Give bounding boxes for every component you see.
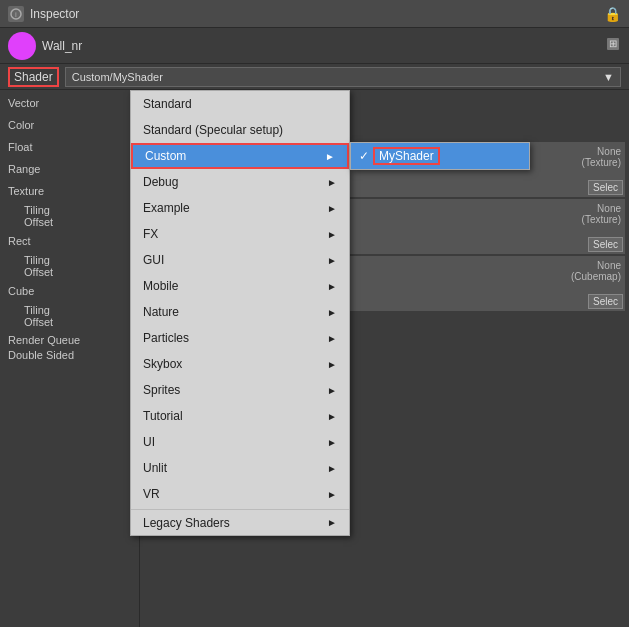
object-name: Wall_nr [42, 39, 82, 53]
vector-label: Vector [8, 97, 39, 109]
texture-label: Texture [8, 185, 44, 197]
float-label: Float [8, 141, 32, 153]
dropdown-item-nature[interactable]: Nature ► [131, 299, 349, 325]
dropdown-item-sprites[interactable]: Sprites ► [131, 377, 349, 403]
object-color-icon [8, 32, 36, 60]
inspector-window: i Inspector 🔒 Wall_nr ⊞ Shader Custom/My… [0, 0, 629, 627]
select-button-3[interactable]: Selec [588, 294, 623, 309]
texture1-label: None(Texture) [582, 146, 621, 168]
dropdown-arrow-icon: ▼ [603, 71, 614, 83]
dropdown-item-example[interactable]: Example ► [131, 195, 349, 221]
prop-texture: Texture [0, 180, 139, 202]
mobile-arrow-icon: ► [327, 281, 337, 292]
unlit-arrow-icon: ► [327, 463, 337, 474]
dropdown-item-fx[interactable]: FX ► [131, 221, 349, 247]
svg-text:i: i [15, 10, 17, 19]
tiling-offset-3: Tiling Offset [0, 302, 139, 330]
properties-panel: Vector Color Float Range Texture Tiling … [0, 90, 140, 627]
dropdown-item-gui[interactable]: GUI ► [131, 247, 349, 273]
dropdown-item-tutorial[interactable]: Tutorial ► [131, 403, 349, 429]
check-icon: ✓ [359, 149, 369, 163]
myshader-label: MyShader [373, 147, 440, 165]
legacy-arrow-icon: ► [327, 517, 337, 528]
fx-arrow-icon: ► [327, 229, 337, 240]
dropdown-item-standard[interactable]: Standard [131, 91, 349, 117]
lock-icon[interactable]: 🔒 [604, 6, 621, 22]
shader-dropdown-menu: Standard Standard (Specular setup) Custo… [130, 90, 350, 536]
shader-label: Shader [8, 67, 59, 87]
tiling-offset-1: Tiling Offset [0, 202, 139, 230]
options-icon[interactable]: ⊞ [605, 36, 621, 55]
dropdown-item-vr[interactable]: VR ► [131, 481, 349, 507]
skybox-arrow-icon: ► [327, 359, 337, 370]
custom-arrow-icon: ► [325, 151, 335, 162]
prop-color: Color [0, 114, 139, 136]
prop-rect: Rect [0, 230, 139, 252]
texture2-label: None(Texture) [582, 203, 621, 225]
offset-label-2: Offset [24, 266, 131, 278]
prop-vector: Vector [0, 92, 139, 114]
render-queue-section: Render Queue Double Sided [0, 334, 139, 362]
dropdown-item-standard-specular[interactable]: Standard (Specular setup) [131, 117, 349, 143]
custom-submenu: ✓ MyShader [350, 142, 530, 170]
dropdown-item-particles[interactable]: Particles ► [131, 325, 349, 351]
example-arrow-icon: ► [327, 203, 337, 214]
cube-label: Cube [8, 285, 34, 297]
render-queue-label: Render Queue [8, 334, 80, 346]
select-button-1[interactable]: Selec [588, 180, 623, 195]
prop-range: Range [0, 158, 139, 180]
nature-arrow-icon: ► [327, 307, 337, 318]
particles-arrow-icon: ► [327, 333, 337, 344]
tiling-label-3: Tiling [24, 304, 131, 316]
dropdown-item-mobile[interactable]: Mobile ► [131, 273, 349, 299]
dropdown-item-debug[interactable]: Debug ► [131, 169, 349, 195]
offset-label-3: Offset [24, 316, 131, 328]
tutorial-arrow-icon: ► [327, 411, 337, 422]
offset-label-1: Offset [24, 216, 131, 228]
tiling-label-1: Tiling [24, 204, 131, 216]
window-title: Inspector [30, 7, 79, 21]
dropdown-list: Standard Standard (Specular setup) Custo… [130, 90, 350, 536]
range-label: Range [8, 163, 40, 175]
debug-arrow-icon: ► [327, 177, 337, 188]
vr-arrow-icon: ► [327, 489, 337, 500]
tiling-label-2: Tiling [24, 254, 131, 266]
submenu-item-myshader[interactable]: ✓ MyShader [351, 143, 529, 169]
inspector-icon: i [8, 6, 24, 22]
tiling-offset-2: Tiling Offset [0, 252, 139, 280]
double-sided-label: Double Sided [8, 349, 74, 361]
dropdown-item-unlit[interactable]: Unlit ► [131, 455, 349, 481]
sprites-arrow-icon: ► [327, 385, 337, 396]
color-label: Color [8, 119, 34, 131]
prop-cube: Cube [0, 280, 139, 302]
dropdown-item-legacy[interactable]: Legacy Shaders ► [131, 509, 349, 535]
shader-dropdown[interactable]: Custom/MyShader ▼ [65, 67, 621, 87]
shader-current-value: Custom/MyShader [72, 71, 163, 83]
ui-arrow-icon: ► [327, 437, 337, 448]
svg-text:⊞: ⊞ [609, 38, 617, 49]
title-bar: i Inspector 🔒 [0, 0, 629, 28]
dropdown-item-ui[interactable]: UI ► [131, 429, 349, 455]
dropdown-item-skybox[interactable]: Skybox ► [131, 351, 349, 377]
select-button-2[interactable]: Selec [588, 237, 623, 252]
dropdown-item-custom[interactable]: Custom ► [131, 143, 349, 169]
prop-float: Float [0, 136, 139, 158]
rect-label: Rect [8, 235, 31, 247]
texture3-label: None(Cubemap) [571, 260, 621, 282]
gui-arrow-icon: ► [327, 255, 337, 266]
